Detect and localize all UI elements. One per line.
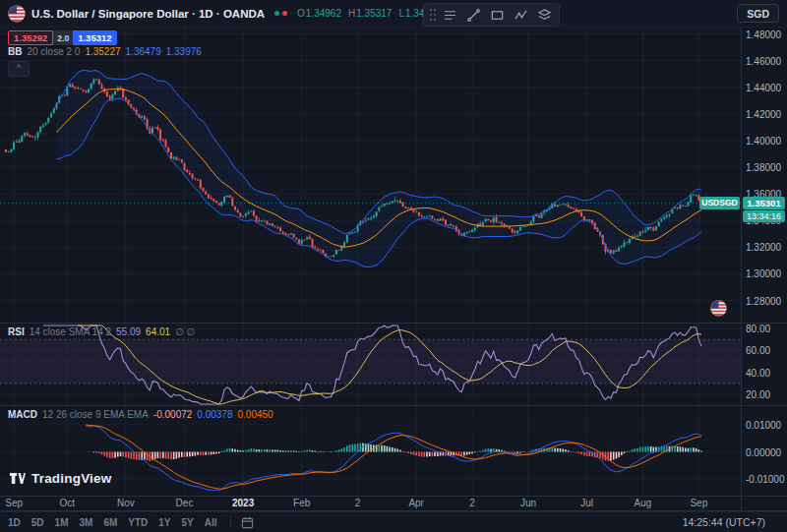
macd-signal-value: 0.00450 xyxy=(237,409,272,420)
range-button-1m[interactable]: 1M xyxy=(55,517,69,528)
rsi-axis-label: 60.00 xyxy=(746,345,770,356)
rsi-value: 55.09 xyxy=(116,326,141,337)
toolbar-divider xyxy=(230,516,231,528)
bb-params: 20 close 2 0 xyxy=(27,46,80,57)
time-axis-label: Aug xyxy=(623,498,662,508)
range-button-1d[interactable]: 1D xyxy=(8,517,21,528)
tradingview-mark-icon xyxy=(10,472,26,485)
status-dots xyxy=(274,11,287,16)
macd-name: MACD xyxy=(8,409,37,420)
bottom-toolbar: 1D5D1M3M6MYTD1Y5YAll xyxy=(0,511,787,532)
rsi-axis-label: 20.00 xyxy=(746,389,770,400)
price-axis-label: 1.42000 xyxy=(746,109,781,120)
time-axis-label: Nov xyxy=(106,498,146,508)
time-axis-label: Feb xyxy=(282,498,322,508)
market-status-dot xyxy=(274,11,279,16)
rsi-params: 14 close SMA 14 2 xyxy=(30,326,111,337)
bb-upper-value: 1.36479 xyxy=(126,46,161,57)
bb-basis-value: 1.35227 xyxy=(85,46,120,57)
list-tools-icon[interactable] xyxy=(439,6,461,25)
trendline-icon[interactable] xyxy=(462,6,485,25)
macd-line-value: 0.00378 xyxy=(197,409,232,420)
time-axis-label: Sep xyxy=(679,498,718,508)
bb-name: BB xyxy=(8,46,22,57)
time-axis[interactable]: SepOctNovDec2023Feb2Apr2JunJulAugSep xyxy=(0,497,787,510)
macd-params: 12 26 close 9 EMA EMA xyxy=(42,409,149,420)
bar-countdown: 13:34:16 xyxy=(743,210,785,222)
range-button-1y[interactable]: 1Y xyxy=(158,517,170,528)
order-widget: 1.35292 2.0 1.35312 xyxy=(8,30,117,45)
price-axis-label: 1.48000 xyxy=(746,30,781,40)
bb-lower-value: 1.33976 xyxy=(166,46,202,57)
time-axis-label: Sep xyxy=(0,498,33,508)
price-axis-label: 1.44000 xyxy=(746,83,781,93)
rsi-legend[interactable]: RSI 14 close SMA 14 2 55.09 64.01 ∅ ∅ xyxy=(8,326,195,337)
pattern-tool-icon[interactable] xyxy=(510,6,532,25)
toolbar-grip-icon[interactable] xyxy=(427,6,438,25)
time-axis-label: Jun xyxy=(509,498,548,508)
range-button-5y[interactable]: 5Y xyxy=(182,517,194,528)
range-button-3m[interactable]: 3M xyxy=(80,517,93,528)
rsi-axis-label: 40.00 xyxy=(746,368,770,379)
price-axis-label: 1.46000 xyxy=(746,56,781,67)
price-axis-label: 1.32000 xyxy=(746,242,781,253)
spread-value: 2.0 xyxy=(53,30,73,45)
rsi-name: RSI xyxy=(8,326,25,337)
tradingview-logo-text: TradingView xyxy=(31,471,111,486)
macd-axis-label: -0.01000 xyxy=(746,474,784,485)
time-axis-label: 2 xyxy=(453,498,492,508)
rsi-ma-value: 64.01 xyxy=(146,326,170,337)
chart-canvas[interactable] xyxy=(0,0,787,532)
chart-header: U.S. Dollar / Singapore Dollar · 1D · OA… xyxy=(0,0,787,28)
range-button-5d[interactable]: 5D xyxy=(31,517,44,528)
range-button-all[interactable]: All xyxy=(205,517,217,528)
time-axis-label: 2023 xyxy=(223,498,263,508)
range-button-6m[interactable]: 6M xyxy=(103,517,117,528)
collapse-legend-button[interactable]: ^ xyxy=(8,61,30,77)
rectangle-tool-icon[interactable] xyxy=(486,6,509,25)
high-label: H xyxy=(348,8,355,19)
price-axis-label: 1.30000 xyxy=(746,268,781,279)
macd-hist-value: -0.00072 xyxy=(153,409,192,420)
sell-button[interactable]: 1.35292 xyxy=(8,30,53,45)
macd-axis-label: 0.00000 xyxy=(746,447,781,458)
tradingview-app: U.S. Dollar / Singapore Dollar · 1D · OA… xyxy=(0,0,787,532)
open-value: 1.34962 xyxy=(306,8,341,19)
symbol-price-tag: USDSGD xyxy=(699,197,740,209)
time-axis-label: 2 xyxy=(338,498,378,508)
price-axis-label: 1.38000 xyxy=(746,162,781,173)
currency-button[interactable]: SGD xyxy=(737,4,779,23)
price-axis-label: 1.28000 xyxy=(746,296,781,307)
price-axis-label: 1.40000 xyxy=(746,136,781,147)
alert-status-dot xyxy=(282,11,287,16)
price-axis[interactable]: 1.480001.460001.440001.420001.400001.380… xyxy=(741,0,787,510)
buy-button[interactable]: 1.35312 xyxy=(73,30,116,45)
session-clock[interactable]: 14:25:44 (UTC+7) xyxy=(683,516,765,528)
tradingview-logo[interactable]: TradingView xyxy=(10,471,111,486)
pair-flag-icon xyxy=(710,300,727,317)
calendar-icon xyxy=(241,516,254,529)
ohlc-readout: O1.34962 H1.35317 L1.34924 xyxy=(297,8,441,19)
range-button-ytd[interactable]: YTD xyxy=(128,517,148,528)
time-axis-label: Apr xyxy=(396,498,436,508)
symbol-title[interactable]: U.S. Dollar / Singapore Dollar · 1D · OA… xyxy=(31,8,265,20)
rsi-empty-values: ∅ ∅ xyxy=(175,326,195,337)
high-value: 1.35317 xyxy=(356,8,392,19)
macd-axis-label: 0.01000 xyxy=(746,420,781,431)
time-axis-label: Oct xyxy=(47,498,87,508)
low-label: L xyxy=(398,8,404,19)
go-to-date-button[interactable] xyxy=(239,514,257,530)
last-price-badge: 1.35301 xyxy=(743,197,785,209)
layers-icon[interactable] xyxy=(533,6,556,25)
usd-flag-icon xyxy=(8,5,26,23)
time-axis-label: Dec xyxy=(165,498,205,508)
bb-legend[interactable]: BB 20 close 2 0 1.35227 1.36479 1.33976 xyxy=(8,46,202,57)
open-label: O xyxy=(297,8,305,19)
macd-legend[interactable]: MACD 12 26 close 9 EMA EMA -0.00072 0.00… xyxy=(8,409,273,420)
floating-toolbar xyxy=(423,3,560,27)
time-axis-label: Jul xyxy=(568,498,607,508)
rsi-axis-label: 80.00 xyxy=(746,324,770,334)
